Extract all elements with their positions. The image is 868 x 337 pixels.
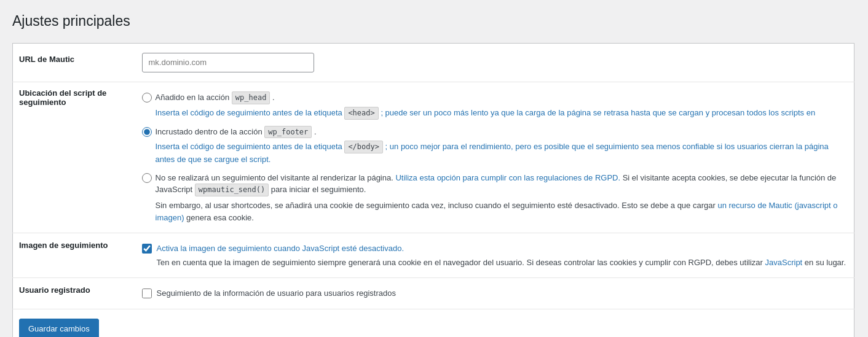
head-description: Inserta el código de seguimiento antes d… bbox=[156, 107, 848, 120]
radio-option-head: Añadido en la acción wp_head . Inserta e… bbox=[142, 91, 848, 120]
save-row: Guardar cambios bbox=[13, 309, 854, 337]
radio-head-label: Añadido en la acción wp_head . bbox=[156, 91, 275, 104]
wp-footer-code: wp_footer bbox=[264, 126, 312, 139]
tracking-image-control: Activa la imagen de seguimiento cuando J… bbox=[142, 242, 848, 268]
rgpd-extra-text: Sin embargo, al usar shortcodes, se añad… bbox=[156, 199, 848, 223]
registered-user-control: Seguimiento de la información de usuario… bbox=[142, 287, 848, 300]
head-tag-code: <head> bbox=[344, 107, 378, 120]
radio-head[interactable] bbox=[142, 93, 152, 103]
radio-option-footer: Incrustado dentro de la acción wp_footer… bbox=[142, 126, 848, 166]
mautic-url-input[interactable]: mk.dominio.com bbox=[142, 53, 314, 72]
registered-user-checkbox[interactable] bbox=[142, 289, 152, 298]
body-tag-code: </body> bbox=[344, 141, 383, 153]
registered-user-row: Usuario registrado Seguimiento de la inf… bbox=[13, 278, 854, 309]
tracking-image-main-label: Activa la imagen de seguimiento cuando J… bbox=[157, 242, 846, 255]
script-location-row: Ubicación del script de seguimiento Añad… bbox=[13, 82, 854, 233]
settings-table: URL de Mautic mk.dominio.com Ubicación d… bbox=[12, 43, 854, 337]
wp-head-code: wp_head bbox=[232, 91, 270, 104]
rgpd-end-text: para iniciar el seguimiento. bbox=[271, 185, 366, 194]
footer-description: Inserta el código de seguimiento antes d… bbox=[156, 141, 848, 165]
rgpd-code: wpmautic_send() bbox=[195, 184, 269, 196]
rgpd-option: No se realizará un seguimiento del visit… bbox=[142, 172, 848, 223]
mautic-url-row: URL de Mautic mk.dominio.com bbox=[13, 43, 854, 82]
tracking-image-row: Imagen de seguimiento Activa la imagen d… bbox=[13, 233, 854, 278]
radio-footer[interactable] bbox=[142, 127, 152, 137]
save-button[interactable]: Guardar cambios bbox=[19, 319, 99, 337]
tracking-image-checkbox[interactable] bbox=[142, 244, 152, 254]
radio-footer-label: Incrustado dentro de la acción wp_footer… bbox=[156, 126, 317, 139]
mautic-url-label: URL de Mautic bbox=[19, 55, 74, 64]
tracking-image-desc: Ten en cuenta que la imagen de seguimien… bbox=[157, 257, 846, 269]
page-title: Ajustes principales bbox=[12, 12, 856, 31]
tracking-image-label: Imagen de seguimiento bbox=[19, 241, 108, 250]
radio-rgpd[interactable] bbox=[142, 173, 152, 183]
registered-user-label: Usuario registrado bbox=[19, 285, 90, 295]
rgpd-link-text: Utiliza esta opción para cumplir con las… bbox=[395, 173, 620, 182]
tracking-js-link: JavaScript bbox=[765, 258, 803, 267]
registered-user-main-label: Seguimiento de la información de usuario… bbox=[157, 287, 397, 300]
rgpd-label-text: No se realizará un seguimiento del visit… bbox=[156, 173, 393, 182]
rgpd-main-text: No se realizará un seguimiento del visit… bbox=[156, 172, 848, 196]
script-location-label: Ubicación del script de seguimiento bbox=[19, 88, 106, 107]
